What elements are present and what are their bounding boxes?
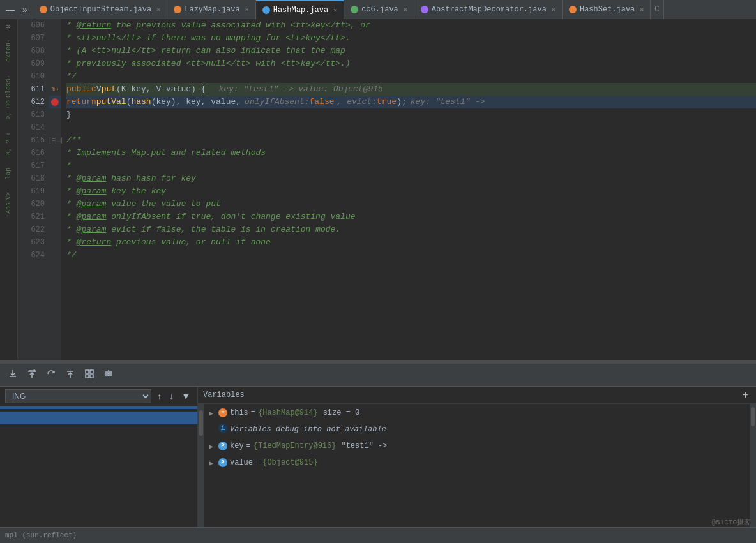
tab-collapse-btn[interactable]: — [3, 3, 18, 16]
call-stack-up-btn[interactable]: ↑ [155, 391, 163, 402]
var-value-this: {HashMap@914} [258, 407, 318, 419]
ln-607: 607 [18, 32, 49, 45]
breakpoint-612[interactable] [51, 98, 59, 106]
debug-btn-download[interactable] [5, 368, 20, 383]
gutter-616 [49, 147, 61, 160]
tab-label-lazymap: LazyMap.java [185, 5, 239, 14]
left-sidebar: » exten· Class· >, Ob K, ? ‹ lap V> ↑Abs [0, 19, 18, 360]
ln-608: 608 [18, 45, 49, 57]
tab-more[interactable]: C [651, 0, 663, 19]
scroll-thumb-right [751, 407, 755, 426]
tab-close-abstractmapdecorator[interactable]: ✕ [552, 6, 556, 13]
ln-615: 615 [18, 134, 49, 147]
line-numbers: 606 607 608 609 610 611 612 613 614 615 … [18, 19, 49, 360]
tab-icon-objectinputstream [40, 6, 47, 13]
tab-scroll-btn[interactable]: » [19, 3, 31, 16]
code-line-612: return putVal ( hash (key), key, value, … [66, 96, 756, 108]
tab-hashmap[interactable]: HashMap.java ✕ [256, 0, 344, 19]
scroll-thumb-left [199, 410, 203, 436]
gutter-607 [49, 32, 61, 45]
svg-rect-2 [86, 375, 89, 378]
var-extra-this: size = 0 [323, 407, 360, 419]
code-editor[interactable]: * @return the previous value associated … [61, 19, 756, 360]
sidebar-label-map: lap [5, 168, 12, 179]
expand-this[interactable]: ▶ [209, 408, 216, 420]
var-icon-this: ≡ [218, 408, 227, 417]
code-line-608: * (A <tt>null</tt> return can also indic… [66, 45, 756, 57]
tab-icon-abstractmapdecorator [421, 6, 428, 13]
tab-icon-lazymap [174, 6, 181, 13]
variables-panel: Variables + ▶ ≡ this [198, 387, 756, 527]
ln-619: 619 [18, 185, 49, 198]
sidebar-label-ob: >, Ob [5, 100, 12, 119]
add-watch-btn[interactable]: + [740, 389, 751, 401]
tab-icon-hashset [569, 6, 577, 13]
ln-617: 617 [18, 160, 49, 172]
code-line-616: * Implements Map.put and related methods [66, 147, 756, 160]
tab-objectinputstream[interactable]: ObjectInputStream.java ✕ [33, 0, 167, 19]
code-line-617: * [66, 160, 756, 172]
ln-613: 613 [18, 108, 49, 121]
ln-609: 609 [18, 57, 49, 70]
var-row-debug-info: i Variables debug info not available [204, 422, 750, 438]
expand-key[interactable]: ▶ [209, 442, 216, 453]
var-row-key[interactable]: ▶ P key = {TiedMapEntry@916} "test1" -> [204, 438, 750, 455]
debug-btn-step-into[interactable] [63, 368, 78, 383]
call-stack-list[interactable] [0, 409, 197, 527]
tab-lazymap[interactable]: LazyMap.java ✕ [167, 0, 255, 19]
variables-label: Variables [203, 391, 245, 399]
call-stack-selected-item[interactable] [0, 412, 197, 424]
call-stack-down-btn[interactable]: ↓ [167, 391, 176, 402]
code-line-623: * @return previous value, or null if non… [66, 236, 756, 249]
var-eq-this: = [251, 407, 255, 419]
gutter-612 [49, 96, 61, 108]
tab-close-lazymap[interactable]: ✕ [245, 6, 249, 13]
gutter-623 [49, 236, 61, 249]
svg-rect-3 [90, 375, 93, 378]
code-line-609: * previously associated <tt>null</tt> wi… [66, 57, 756, 70]
debug-btn-step-over[interactable] [24, 368, 40, 383]
ln-622: 622 [18, 223, 49, 236]
sidebar-label-class: Class· [5, 75, 12, 98]
ln-624: 624 [18, 249, 49, 262]
gutter-614 [49, 121, 61, 134]
ln-621: 621 [18, 211, 49, 223]
tab-hashset[interactable]: HashSet.java ✕ [563, 0, 651, 19]
tab-bar: — » ObjectInputStream.java ✕ LazyMap.jav… [0, 0, 756, 19]
tab-label-hashset: HashSet.java [580, 5, 635, 14]
tab-icon-hashmap [262, 6, 270, 14]
call-stack-filter-btn[interactable]: ▼ [179, 391, 192, 402]
gutter-fold-615[interactable]: |= [48, 137, 56, 144]
gutter-609 [49, 57, 61, 70]
call-stack-controls: ING ↑ ↓ ▼ [0, 387, 197, 406]
var-row-value[interactable]: ▶ P value = {Object@915} [204, 455, 750, 472]
tab-close-hashmap[interactable]: ✕ [333, 6, 337, 14]
gutter-620 [49, 198, 61, 211]
debug-btn-split[interactable] [101, 368, 116, 383]
gutter-617 [49, 160, 61, 172]
tab-close-objectinputstream[interactable]: ✕ [156, 6, 160, 13]
debug-btn-grid[interactable] [82, 368, 97, 383]
tab-close-cc6[interactable]: ✕ [404, 6, 407, 13]
expand-debug-info [209, 425, 216, 436]
var-eq-key: = [246, 440, 251, 452]
tab-more-icon: C [654, 5, 659, 14]
tab-abstractmapdecorator[interactable]: AbstractMapDecorator.java ✕ [414, 0, 563, 19]
ln-611: 611 [18, 83, 49, 96]
code-line-613: } [66, 108, 756, 121]
gutter-621 [49, 211, 61, 223]
tab-cc6[interactable]: cc6.java ✕ [344, 0, 414, 19]
expand-value[interactable]: ▶ [209, 458, 216, 470]
gutter-611: m → [49, 83, 61, 96]
debug-btn-reload[interactable] [43, 368, 59, 383]
tab-label-abstractmapdecorator: AbstractMapDecorator.java [432, 5, 547, 14]
call-stack-dropdown[interactable]: ING [5, 389, 151, 403]
variables-scroll-area: ▶ ≡ this = {HashMap@914} size = 0 i [198, 404, 756, 527]
watermark: @51CTO摄客 [711, 517, 751, 527]
var-row-this[interactable]: ▶ ≡ this = {HashMap@914} size = 0 [204, 405, 750, 422]
ln-614: 614 [18, 121, 49, 134]
tab-close-hashset[interactable]: ✕ [640, 6, 644, 13]
sidebar-collapse-btn[interactable]: » [6, 22, 11, 31]
code-line-606: * @return the previous value associated … [66, 19, 756, 32]
var-debug-info-text: Variables debug info not available [230, 424, 386, 435]
